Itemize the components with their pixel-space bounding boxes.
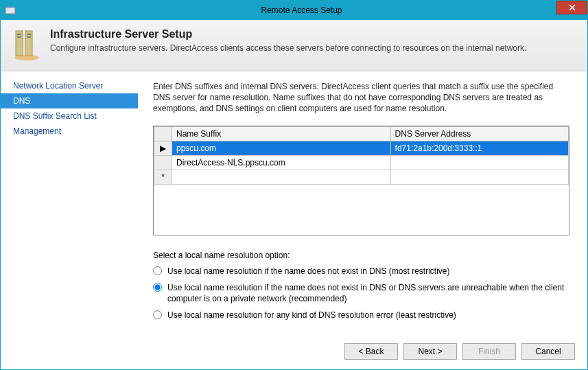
wizard-footer: < Back Next > Finish Cancel bbox=[1, 336, 587, 369]
row-marker: * bbox=[154, 170, 172, 184]
svg-rect-4 bbox=[17, 34, 21, 35]
radio-most-restrictive[interactable]: Use local name resolution if the name do… bbox=[153, 266, 569, 277]
close-button[interactable] bbox=[556, 1, 587, 14]
radio-input[interactable] bbox=[153, 283, 162, 292]
server-icon bbox=[13, 28, 42, 61]
svg-rect-5 bbox=[27, 34, 31, 35]
svg-rect-1 bbox=[5, 7, 15, 8]
back-button[interactable]: < Back bbox=[344, 343, 398, 360]
sidebar-item-management[interactable]: Management bbox=[1, 124, 138, 139]
titlebar: Remote Access Setup bbox=[1, 1, 587, 20]
table-row[interactable]: ▶ ppscu.com fd71:2a1b:200d:3333::1 bbox=[154, 141, 569, 155]
content-pane: Enter DNS suffixes and internal DNS serv… bbox=[138, 71, 587, 336]
wizard-steps-sidebar: Network Location Server DNS DNS Suffix S… bbox=[1, 71, 138, 336]
radio-text: Use local name resolution for any kind o… bbox=[167, 310, 456, 321]
cell-address[interactable] bbox=[390, 170, 568, 184]
cell-suffix[interactable]: ppscu.com bbox=[172, 141, 391, 155]
sidebar-item-nls[interactable]: Network Location Server bbox=[1, 78, 138, 93]
radio-text: Use local name resolution if the name do… bbox=[167, 282, 569, 304]
window-title: Remote Access Setup bbox=[16, 5, 587, 15]
col-name-suffix[interactable]: Name Suffix bbox=[172, 126, 391, 141]
page-title: Infrastructure Server Setup bbox=[50, 28, 526, 41]
dns-grid[interactable]: Name Suffix DNS Server Address ▶ ppscu.c… bbox=[153, 126, 569, 235]
next-button[interactable]: Next > bbox=[403, 343, 457, 360]
svg-rect-7 bbox=[27, 36, 31, 38]
sidebar-item-dns-suffix[interactable]: DNS Suffix Search List bbox=[1, 108, 138, 124]
radio-group-label: Select a local name resolution option: bbox=[153, 251, 569, 260]
table-row[interactable]: DirectAccess-NLS.ppscu.com bbox=[154, 155, 569, 170]
radio-least-restrictive[interactable]: Use local name resolution for any kind o… bbox=[153, 310, 569, 321]
wizard-header: Infrastructure Server Setup Configure in… bbox=[1, 20, 587, 71]
col-dns-address[interactable]: DNS Server Address bbox=[390, 126, 568, 141]
grid-corner bbox=[154, 126, 172, 141]
intro-text: Enter DNS suffixes and internal DNS serv… bbox=[153, 81, 569, 115]
cell-address[interactable]: fd71:2a1b:200d:3333::1 bbox=[390, 141, 568, 155]
sidebar-item-dns[interactable]: DNS bbox=[1, 93, 138, 108]
svg-point-8 bbox=[14, 55, 39, 60]
cell-suffix[interactable] bbox=[172, 170, 391, 184]
radio-input[interactable] bbox=[153, 266, 162, 275]
row-marker: ▶ bbox=[154, 141, 172, 155]
radio-input[interactable] bbox=[153, 310, 162, 319]
app-icon bbox=[5, 5, 16, 16]
window: Remote Access Setup Infrastructure Serve… bbox=[0, 0, 588, 370]
svg-rect-6 bbox=[17, 36, 21, 38]
radio-text: Use local name resolution if the name do… bbox=[167, 266, 450, 277]
table-row-new[interactable]: * bbox=[154, 170, 569, 184]
radio-recommended[interactable]: Use local name resolution if the name do… bbox=[153, 282, 569, 304]
resolution-options: Select a local name resolution option: U… bbox=[153, 251, 569, 327]
cell-suffix[interactable]: DirectAccess-NLS.ppscu.com bbox=[172, 155, 391, 170]
row-marker bbox=[154, 155, 172, 170]
finish-button: Finish bbox=[462, 343, 516, 360]
cell-address[interactable] bbox=[390, 155, 568, 170]
cancel-button[interactable]: Cancel bbox=[521, 343, 575, 360]
page-subtitle: Configure infrastructure servers. Direct… bbox=[50, 43, 526, 53]
